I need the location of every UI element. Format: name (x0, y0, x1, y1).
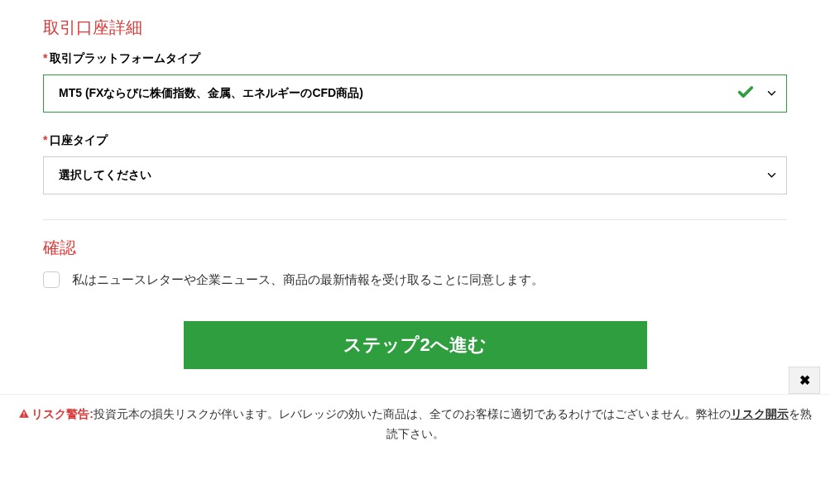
section-title-confirm: 確認 (43, 237, 787, 259)
field-account-type: *口座タイプ 選択してください (43, 133, 787, 194)
next-step-button[interactable]: ステップ2へ進む (184, 321, 647, 369)
svg-rect-0 (24, 412, 25, 415)
svg-rect-1 (24, 415, 25, 416)
risk-label: リスク警告: (31, 407, 94, 420)
label-account-type-text: 口座タイプ (50, 133, 108, 146)
newsletter-consent-row: 私はニュースレターや企業ニュース、商品の最新情報を受け取ることに同意します。 (43, 271, 787, 288)
select-account-placeholder: 選択してください (59, 168, 151, 183)
required-mark: * (43, 133, 47, 146)
required-mark: * (43, 51, 47, 65)
risk-text-1: 投資元本の損失リスクが伴います。レバレッジの効いた商品は、全てのお客様に適切であ… (94, 407, 731, 420)
chevron-down-icon (767, 169, 776, 182)
field-platform-type: *取引プラットフォームタイプ MT5 (FXならびに株価指数、金属、エネルギーの… (43, 51, 787, 113)
select-account-type[interactable]: 選択してください (43, 156, 787, 194)
close-button[interactable]: ✖ (789, 367, 820, 394)
label-platform-type: *取引プラットフォームタイプ (43, 51, 787, 66)
section-title-account-details: 取引口座詳細 (43, 17, 787, 39)
label-account-type: *口座タイプ (43, 133, 787, 148)
select-platform-value: MT5 (FXならびに株価指数、金属、エネルギーのCFD商品) (59, 86, 363, 101)
checkbox-newsletter-label: 私はニュースレターや企業ニュース、商品の最新情報を受け取ることに同意します。 (72, 272, 544, 288)
label-platform-type-text: 取引プラットフォームタイプ (50, 51, 200, 65)
chevron-down-icon (767, 87, 776, 100)
checkbox-newsletter[interactable] (43, 271, 60, 288)
divider (43, 219, 787, 220)
risk-warning-banner: リスク警告:投資元本の損失リスクが伴います。レバレッジの効いた商品は、全てのお客… (0, 394, 830, 454)
check-icon (736, 84, 755, 104)
warning-icon (18, 406, 30, 425)
select-platform-type[interactable]: MT5 (FXならびに株価指数、金属、エネルギーのCFD商品) (43, 74, 787, 113)
risk-disclosure-link[interactable]: リスク開示 (731, 407, 789, 420)
close-icon: ✖ (799, 372, 810, 388)
